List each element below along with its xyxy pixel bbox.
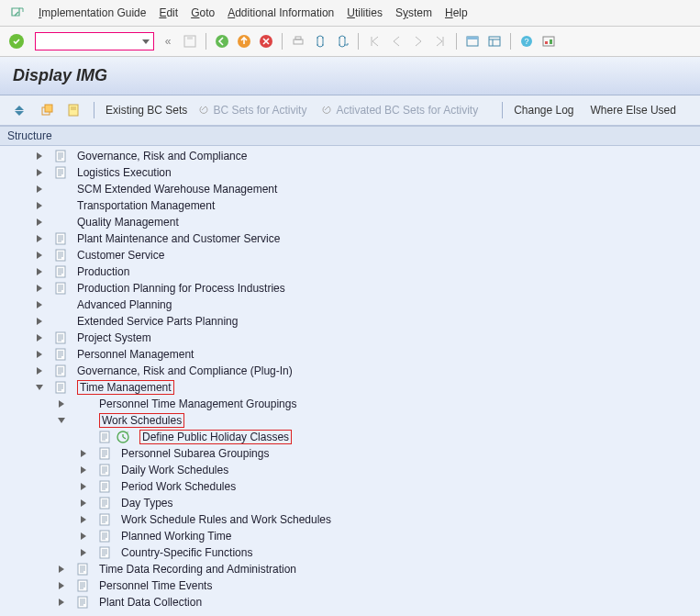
print-icon[interactable] [290, 33, 306, 50]
expand-arrow-icon[interactable] [33, 366, 46, 375]
doc-icon[interactable] [97, 513, 112, 526]
doc-icon[interactable] [53, 348, 68, 361]
expand-arrow-icon[interactable] [33, 168, 46, 177]
menu-help[interactable]: Help [445, 6, 468, 19]
where-else-used-button[interactable]: Where Else Used [591, 104, 676, 117]
collapse-arrow-icon[interactable] [55, 416, 68, 425]
expand-arrow-icon[interactable] [33, 350, 46, 359]
expand-arrow-icon[interactable] [33, 317, 46, 326]
tree-row[interactable]: Customer Service [0, 247, 700, 263]
execute-icon[interactable] [116, 431, 130, 443]
doc-icon[interactable] [53, 150, 68, 162]
doc-icon[interactable] [97, 447, 112, 460]
tree-row[interactable]: Daily Work Schedules [0, 462, 700, 478]
tree-row[interactable]: Logistics Execution [0, 164, 700, 181]
expand-arrow-icon[interactable] [33, 333, 46, 342]
expand-arrow-icon[interactable] [77, 449, 90, 458]
tree-row[interactable]: Advanced Planning [0, 297, 700, 313]
expand-arrow-icon[interactable] [33, 284, 46, 293]
expand-arrow-icon[interactable] [77, 482, 90, 491]
doc-icon[interactable] [97, 530, 112, 543]
layout-icon[interactable] [486, 33, 503, 50]
expand-arrow-icon[interactable] [33, 234, 46, 243]
first-page-icon[interactable] [366, 33, 383, 50]
doc-icon[interactable] [97, 464, 112, 476]
existing-bc-sets-button[interactable]: Existing BC Sets [106, 104, 187, 117]
doc-icon[interactable] [97, 546, 112, 559]
doc-icon[interactable] [97, 480, 112, 493]
tree-row[interactable]: Time Data Recording and Administration [0, 561, 700, 577]
doc-icon[interactable] [75, 579, 90, 592]
tree-row[interactable]: Project System [0, 330, 700, 346]
tree-row[interactable]: Planned Working Time [0, 528, 700, 544]
tree-row[interactable]: Time Management [0, 379, 700, 396]
tree-row[interactable]: Work Schedules [0, 412, 700, 429]
menu-goto[interactable]: Goto [191, 6, 215, 19]
bc-sets-activity-button[interactable]: BC Sets for Activity [194, 101, 310, 119]
help-icon[interactable]: ? [518, 33, 535, 50]
find-next-icon[interactable] [334, 33, 350, 50]
expand-arrow-icon[interactable] [77, 532, 90, 541]
command-field[interactable] [35, 32, 154, 50]
doc-icon[interactable] [97, 497, 112, 510]
menu-icon[interactable] [9, 6, 26, 20]
doc-icon[interactable] [53, 381, 68, 394]
expand-arrow-icon[interactable] [33, 201, 46, 210]
menu-implementation-guide[interactable]: Implementation Guide [39, 6, 146, 19]
expand-arrow-icon[interactable] [33, 300, 46, 309]
menu-system[interactable]: System [395, 6, 432, 19]
tree-row[interactable]: Period Work Schedules [0, 478, 700, 495]
tree-row[interactable]: Country-Specific Functions [0, 544, 700, 561]
prev-page-icon[interactable] [388, 33, 405, 50]
tree-row[interactable]: Governance, Risk and Compliance [0, 148, 700, 164]
expand-arrow-icon[interactable] [55, 399, 68, 409]
doc-icon[interactable] [53, 265, 68, 278]
menu-edit[interactable]: Edit [159, 6, 178, 19]
doc-icon[interactable] [53, 331, 68, 344]
customize-icon[interactable] [540, 33, 557, 50]
expand-arrow-icon[interactable] [33, 267, 46, 276]
back-skip-icon[interactable]: « [160, 33, 176, 50]
doc-icon[interactable] [53, 282, 68, 295]
doc-icon[interactable] [53, 232, 68, 245]
tree-row[interactable]: Personnel Time Management Groupings [0, 396, 700, 412]
activated-bc-sets-button[interactable]: Activated BC Sets for Activity [317, 101, 482, 119]
tree-row[interactable]: Personnel Management [0, 346, 700, 363]
tree-row[interactable]: Personnel Subarea Groupings [0, 445, 700, 462]
doc-icon[interactable] [97, 431, 112, 443]
save-icon[interactable] [182, 33, 198, 50]
tree-row[interactable]: Production Planning for Process Industri… [0, 280, 700, 297]
collapse-arrow-icon[interactable] [33, 383, 46, 392]
find-icon[interactable] [312, 33, 328, 50]
doc-icon[interactable] [53, 364, 68, 377]
expand-arrow-icon[interactable] [77, 465, 90, 475]
expand-arrow-icon[interactable] [77, 548, 90, 557]
ok-icon[interactable] [9, 34, 24, 49]
expand-arrow-icon[interactable] [33, 251, 46, 260]
where-used-icon[interactable] [37, 101, 57, 119]
expand-arrow-icon[interactable] [55, 598, 68, 607]
tree-row[interactable]: Day Types [0, 495, 700, 511]
expand-all-icon[interactable] [9, 101, 29, 119]
expand-arrow-icon[interactable] [55, 581, 68, 590]
doc-icon[interactable] [53, 166, 68, 179]
last-page-icon[interactable] [432, 33, 449, 50]
next-page-icon[interactable] [410, 33, 427, 50]
cancel-icon[interactable] [258, 33, 274, 50]
tree-row[interactable]: Quality Management [0, 214, 700, 230]
tree-row[interactable]: Extended Service Parts Planning [0, 313, 700, 330]
doc-icon[interactable] [53, 249, 68, 262]
expand-arrow-icon[interactable] [33, 218, 46, 227]
menu-additional[interactable]: Additional Information [228, 6, 334, 19]
exit-icon[interactable] [236, 33, 252, 50]
expand-arrow-icon[interactable] [33, 151, 46, 161]
change-log-button[interactable]: Change Log [514, 104, 573, 117]
expand-arrow-icon[interactable] [33, 185, 46, 194]
expand-arrow-icon[interactable] [77, 498, 90, 508]
tree-row[interactable]: Production [0, 263, 700, 280]
tree-row[interactable]: Plant Data Collection [0, 594, 700, 610]
tree-row[interactable]: Plant Maintenance and Customer Service [0, 230, 700, 247]
tree-row[interactable]: Transportation Management [0, 197, 700, 214]
expand-arrow-icon[interactable] [55, 565, 68, 574]
back-icon[interactable] [214, 33, 230, 50]
